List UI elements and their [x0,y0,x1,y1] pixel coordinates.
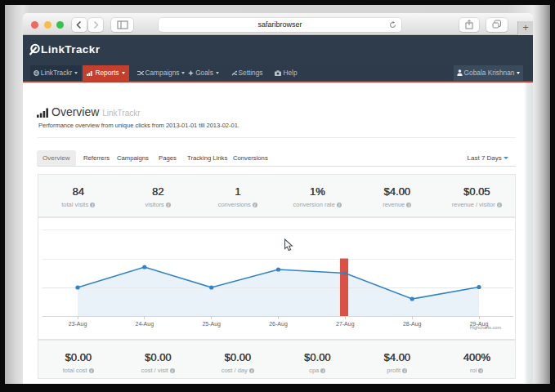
svg-text:23-Aug: 23-Aug [69,321,87,327]
svg-text:26-Aug: 26-Aug [269,321,288,327]
svg-text:27-Aug: 27-Aug [336,321,355,327]
svg-text:Highcharts.com: Highcharts.com [470,325,502,330]
svg-text:28-Aug: 28-Aug [403,321,422,327]
svg-text:25-Aug: 25-Aug [202,321,221,327]
svg-text:24-Aug: 24-Aug [136,321,154,327]
